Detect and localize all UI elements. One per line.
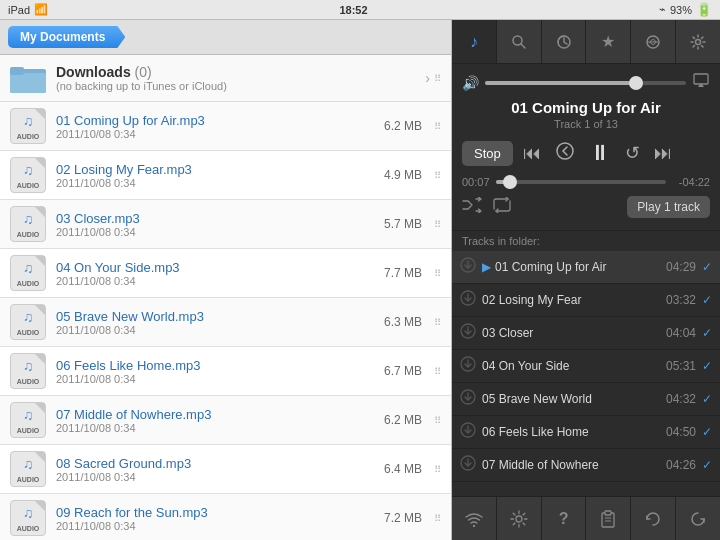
status-time: 18:52	[339, 4, 367, 16]
file-info: 07 Middle of Nowhere.mp3 2011/10/08 0:34	[56, 407, 377, 434]
bottom-wifi-button[interactable]	[452, 497, 497, 540]
file-row[interactable]: ♫ AUDIO 02 Losing My Fear.mp3 2011/10/08…	[0, 151, 451, 200]
play-1-track-button[interactable]: Play 1 track	[627, 196, 710, 218]
file-list[interactable]: Downloads (0) (no backing up to iTunes o…	[0, 55, 451, 540]
track-item[interactable]: 06 Feels Like Home 04:50 ✓	[452, 416, 720, 449]
track-check-icon[interactable]: ✓	[702, 293, 712, 307]
folder-row[interactable]: Downloads (0) (no backing up to iTunes o…	[0, 55, 451, 102]
file-type-label: AUDIO	[17, 182, 40, 189]
file-icon-corner	[35, 158, 45, 168]
track-download-icon[interactable]	[460, 257, 476, 277]
progress-bar[interactable]	[496, 180, 666, 184]
nav-tab-search[interactable]	[497, 20, 542, 63]
bottom-settings-button[interactable]	[497, 497, 542, 540]
file-icon: ♫ AUDIO	[10, 402, 46, 438]
drag-handle-icon: ⠿	[434, 121, 441, 132]
file-row[interactable]: ♫ AUDIO 05 Brave New World.mp3 2011/10/0…	[0, 298, 451, 347]
drag-handle-icon: ⠿	[434, 219, 441, 230]
nav-tab-network[interactable]	[631, 20, 676, 63]
volume-slider[interactable]	[485, 81, 686, 85]
volume-thumb[interactable]	[629, 76, 643, 90]
folder-name: Downloads (0)	[56, 64, 419, 80]
file-date: 2011/10/08 0:34	[56, 373, 377, 385]
track-check-icon[interactable]: ✓	[702, 326, 712, 340]
breadcrumb-button[interactable]: My Documents	[8, 26, 125, 48]
track-item[interactable]: 03 Closer 04:04 ✓	[452, 317, 720, 350]
bottom-refresh2-button[interactable]	[676, 497, 720, 540]
repeat-button[interactable]: ↺	[621, 140, 644, 166]
track-download-icon[interactable]	[460, 422, 476, 442]
file-icon: ♫ AUDIO	[10, 304, 46, 340]
status-right: ⌁ 93% 🔋	[659, 2, 712, 17]
track-download-icon[interactable]	[460, 290, 476, 310]
drag-handle-icon: ⠿	[434, 464, 441, 475]
file-row[interactable]: ♫ AUDIO 06 Feels Like Home.mp3 2011/10/0…	[0, 347, 451, 396]
next-track-button[interactable]: ⏭	[650, 141, 676, 166]
progress-row: 00:07 -04:22	[462, 176, 710, 188]
audio-wave-icon: ♫	[23, 505, 34, 521]
track-item[interactable]: 02 Losing My Fear 03:32 ✓	[452, 284, 720, 317]
svg-rect-9	[694, 74, 708, 84]
bottom-clipboard-button[interactable]	[586, 497, 631, 540]
nav-tab-favorites[interactable]: ★	[586, 20, 631, 63]
prev-track-button[interactable]: ⏮	[519, 141, 545, 166]
track-download-icon[interactable]	[460, 389, 476, 409]
nav-tab-history[interactable]	[542, 20, 587, 63]
track-list: ▶ 01 Coming Up for Air 04:29 ✓ 02 Losing…	[452, 251, 720, 496]
progress-thumb[interactable]	[503, 175, 517, 189]
track-name: 03 Closer	[482, 326, 666, 340]
file-icon: ♫ AUDIO	[10, 157, 46, 193]
track-download-icon[interactable]	[460, 455, 476, 475]
loop-icon[interactable]	[492, 197, 512, 217]
nav-tab-settings[interactable]	[676, 20, 720, 63]
track-name: 05 Brave New World	[482, 392, 666, 406]
track-item[interactable]: 05 Brave New World 04:32 ✓	[452, 383, 720, 416]
track-item[interactable]: 07 Middle of Nowhere 04:26 ✓	[452, 449, 720, 482]
track-name: 01 Coming Up for Air	[495, 260, 666, 274]
extra-left	[462, 197, 512, 217]
track-item[interactable]: ▶ 01 Coming Up for Air 04:29 ✓	[452, 251, 720, 284]
file-type-label: AUDIO	[17, 280, 40, 287]
track-check-icon[interactable]: ✓	[702, 392, 712, 406]
folder-subtitle: (no backing up to iTunes or iCloud)	[56, 80, 419, 92]
file-size: 4.9 MB	[377, 168, 422, 182]
track-check-icon[interactable]: ✓	[702, 359, 712, 373]
track-download-icon[interactable]	[460, 323, 476, 343]
file-row[interactable]: ♫ AUDIO 09 Reach for the Sun.mp3 2011/10…	[0, 494, 451, 540]
seek-back-button[interactable]	[551, 139, 579, 168]
pause-button[interactable]: ⏸	[585, 138, 615, 168]
file-row[interactable]: ♫ AUDIO 08 Sacred Ground.mp3 2011/10/08 …	[0, 445, 451, 494]
file-name: 08 Sacred Ground.mp3	[56, 456, 377, 471]
track-download-icon[interactable]	[460, 356, 476, 376]
file-row[interactable]: ♫ AUDIO 07 Middle of Nowhere.mp3 2011/10…	[0, 396, 451, 445]
nav-tab-music[interactable]: ♪	[452, 20, 497, 63]
file-date: 2011/10/08 0:34	[56, 128, 377, 140]
track-check-icon[interactable]: ✓	[702, 458, 712, 472]
drag-handle-icon: ⠿	[434, 317, 441, 328]
main-container: My Documents Downloads (0) (no backin	[0, 20, 720, 540]
bottom-help-button[interactable]: ?	[542, 497, 587, 540]
file-name: 07 Middle of Nowhere.mp3	[56, 407, 377, 422]
track-check-icon[interactable]: ✓	[702, 425, 712, 439]
track-duration: 04:32	[666, 392, 696, 406]
file-type-label: AUDIO	[17, 329, 40, 336]
file-name: 03 Closer.mp3	[56, 211, 377, 226]
track-check-icon[interactable]: ✓	[702, 260, 712, 274]
file-row[interactable]: ♫ AUDIO 04 On Your Side.mp3 2011/10/08 0…	[0, 249, 451, 298]
file-row[interactable]: ♫ AUDIO 01 Coming Up for Air.mp3 2011/10…	[0, 102, 451, 151]
track-duration: 04:04	[666, 326, 696, 340]
shuffle-icon[interactable]	[462, 197, 482, 217]
left-panel: My Documents Downloads (0) (no backin	[0, 20, 452, 540]
airplay-icon[interactable]	[692, 72, 710, 93]
file-row[interactable]: ♫ AUDIO 03 Closer.mp3 2011/10/08 0:34 5.…	[0, 200, 451, 249]
audio-wave-icon: ♫	[23, 113, 34, 129]
file-rows-container: ♫ AUDIO 01 Coming Up for Air.mp3 2011/10…	[0, 102, 451, 540]
bottom-refresh1-button[interactable]	[631, 497, 676, 540]
drag-handle-icon: ⠿	[434, 170, 441, 181]
track-item[interactable]: 04 On Your Side 05:31 ✓	[452, 350, 720, 383]
file-icon-corner	[35, 452, 45, 462]
stop-button[interactable]: Stop	[462, 141, 513, 166]
file-name: 04 On Your Side.mp3	[56, 260, 377, 275]
file-size: 6.2 MB	[377, 413, 422, 427]
file-size: 7.7 MB	[377, 266, 422, 280]
